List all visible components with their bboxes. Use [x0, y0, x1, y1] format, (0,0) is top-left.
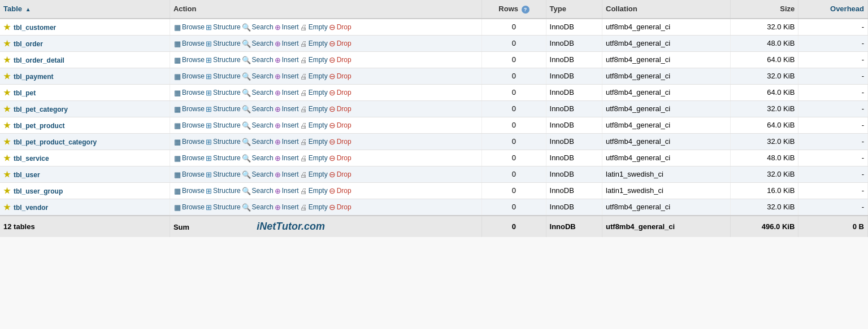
table-name-link[interactable]: tbl_pet	[14, 89, 36, 97]
search-button[interactable]: 🔍 Search	[242, 121, 274, 130]
browse-button[interactable]: ▦ Browse	[174, 170, 205, 179]
drop-button[interactable]: ⊖ Drop	[329, 39, 351, 48]
favorite-icon[interactable]: ★	[3, 104, 13, 113]
table-name-link[interactable]: tbl_user_group	[14, 187, 63, 195]
drop-button[interactable]: ⊖ Drop	[329, 88, 351, 97]
empty-button[interactable]: 🖨 Empty	[300, 170, 328, 179]
browse-button[interactable]: ▦ Browse	[174, 89, 205, 97]
insert-button[interactable]: ⊕ Insert	[275, 89, 299, 97]
favorite-icon[interactable]: ★	[3, 55, 13, 64]
table-name-link[interactable]: tbl_order	[14, 40, 43, 48]
insert-button[interactable]: ⊕ Insert	[275, 154, 299, 163]
browse-button[interactable]: ▦ Browse	[174, 105, 205, 113]
search-button[interactable]: 🔍 Search	[242, 170, 274, 179]
search-button[interactable]: 🔍 Search	[242, 138, 274, 146]
favorite-icon[interactable]: ★	[3, 88, 13, 97]
favorite-icon[interactable]: ★	[3, 23, 13, 32]
insert-button[interactable]: ⊕ Insert	[275, 187, 299, 195]
search-button[interactable]: 🔍 Search	[242, 154, 274, 163]
empty-button[interactable]: 🖨 Empty	[300, 23, 328, 32]
favorite-icon[interactable]: ★	[3, 153, 13, 163]
empty-button[interactable]: 🖨 Empty	[300, 72, 328, 81]
insert-button[interactable]: ⊕ Insert	[275, 203, 299, 212]
table-name-link[interactable]: tbl_pet_category	[14, 106, 68, 113]
search-button[interactable]: 🔍 Search	[242, 89, 274, 97]
structure-button[interactable]: ⊞ Structure	[206, 89, 241, 97]
drop-button[interactable]: ⊖ Drop	[329, 72, 351, 81]
table-name-link[interactable]: tbl_customer	[14, 24, 56, 32]
favorite-icon[interactable]: ★	[3, 137, 13, 146]
favorite-icon[interactable]: ★	[3, 39, 13, 48]
browse-button[interactable]: ▦ Browse	[174, 187, 205, 195]
drop-button[interactable]: ⊖ Drop	[329, 104, 351, 113]
drop-button[interactable]: ⊖ Drop	[329, 121, 351, 130]
table-name-link[interactable]: tbl_pet_product_category	[14, 138, 97, 146]
structure-button[interactable]: ⊞ Structure	[206, 170, 241, 179]
table-collation-cell: utf8mb4_general_ci	[602, 19, 731, 36]
insert-button[interactable]: ⊕ Insert	[275, 170, 299, 179]
table-name-link[interactable]: tbl_pet_product	[14, 122, 65, 130]
insert-button[interactable]: ⊕ Insert	[275, 138, 299, 146]
empty-button[interactable]: 🖨 Empty	[300, 105, 328, 113]
rows-help-icon[interactable]: ?	[522, 6, 530, 14]
insert-button[interactable]: ⊕ Insert	[275, 105, 299, 113]
table-name-link[interactable]: tbl_user	[14, 171, 40, 179]
footer-total-collation: utf8mb4_general_ci	[602, 216, 731, 237]
structure-button[interactable]: ⊞ Structure	[206, 121, 241, 130]
favorite-icon[interactable]: ★	[3, 121, 13, 130]
favorite-icon[interactable]: ★	[3, 203, 13, 212]
col-header-table[interactable]: Table ▲	[0, 0, 170, 19]
browse-button[interactable]: ▦ Browse	[174, 72, 205, 81]
browse-button[interactable]: ▦ Browse	[174, 56, 205, 64]
favorite-icon[interactable]: ★	[3, 72, 13, 81]
insert-button[interactable]: ⊕ Insert	[275, 72, 299, 81]
insert-button[interactable]: ⊕ Insert	[275, 40, 299, 48]
structure-button[interactable]: ⊞ Structure	[206, 203, 241, 212]
structure-button[interactable]: ⊞ Structure	[206, 154, 241, 163]
empty-button[interactable]: 🖨 Empty	[300, 187, 328, 195]
search-button[interactable]: 🔍 Search	[242, 40, 274, 48]
browse-button[interactable]: ▦ Browse	[174, 40, 205, 48]
browse-button[interactable]: ▦ Browse	[174, 23, 205, 32]
drop-button[interactable]: ⊖ Drop	[329, 170, 351, 179]
table-name-link[interactable]: tbl_service	[14, 155, 49, 163]
drop-button[interactable]: ⊖ Drop	[329, 137, 351, 146]
drop-button[interactable]: ⊖ Drop	[329, 55, 351, 64]
empty-button[interactable]: 🖨 Empty	[300, 138, 328, 146]
search-button[interactable]: 🔍 Search	[242, 105, 274, 113]
browse-button[interactable]: ▦ Browse	[174, 154, 205, 163]
drop-button[interactable]: ⊖ Drop	[329, 153, 351, 163]
structure-button[interactable]: ⊞ Structure	[206, 72, 241, 81]
browse-button[interactable]: ▦ Browse	[174, 138, 205, 146]
structure-button[interactable]: ⊞ Structure	[206, 138, 241, 146]
favorite-icon[interactable]: ★	[3, 186, 13, 195]
table-name-link[interactable]: tbl_order_detail	[14, 56, 64, 64]
drop-button[interactable]: ⊖ Drop	[329, 203, 351, 212]
insert-button[interactable]: ⊕ Insert	[275, 23, 299, 32]
structure-button[interactable]: ⊞ Structure	[206, 40, 241, 48]
empty-button[interactable]: 🖨 Empty	[300, 154, 328, 163]
structure-button[interactable]: ⊞ Structure	[206, 56, 241, 64]
table-name-link[interactable]: tbl_payment	[14, 73, 54, 81]
search-button[interactable]: 🔍 Search	[242, 56, 274, 64]
browse-button[interactable]: ▦ Browse	[174, 203, 205, 212]
search-button[interactable]: 🔍 Search	[242, 187, 274, 195]
drop-button[interactable]: ⊖ Drop	[329, 186, 351, 195]
search-button[interactable]: 🔍 Search	[242, 72, 274, 81]
empty-button[interactable]: 🖨 Empty	[300, 121, 328, 130]
structure-button[interactable]: ⊞ Structure	[206, 187, 241, 195]
search-button[interactable]: 🔍 Search	[242, 203, 274, 212]
empty-button[interactable]: 🖨 Empty	[300, 40, 328, 48]
empty-button[interactable]: 🖨 Empty	[300, 89, 328, 97]
table-name-link[interactable]: tbl_vendor	[14, 204, 48, 212]
empty-button[interactable]: 🖨 Empty	[300, 56, 328, 64]
structure-button[interactable]: ⊞ Structure	[206, 105, 241, 113]
favorite-icon[interactable]: ★	[3, 170, 13, 179]
search-button[interactable]: 🔍 Search	[242, 23, 274, 32]
empty-button[interactable]: 🖨 Empty	[300, 203, 328, 212]
insert-button[interactable]: ⊕ Insert	[275, 56, 299, 64]
structure-button[interactable]: ⊞ Structure	[206, 23, 241, 32]
browse-button[interactable]: ▦ Browse	[174, 121, 205, 130]
drop-button[interactable]: ⊖ Drop	[329, 23, 351, 32]
insert-button[interactable]: ⊕ Insert	[275, 121, 299, 130]
